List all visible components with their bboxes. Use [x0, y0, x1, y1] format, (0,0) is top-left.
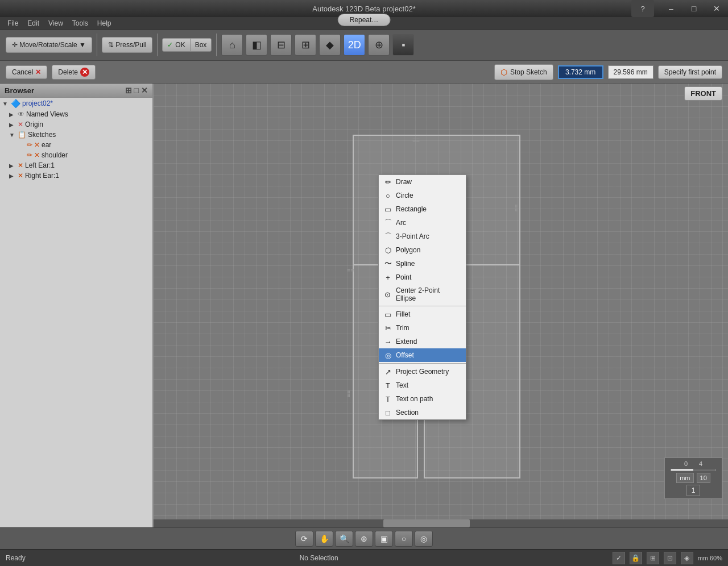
menu-file[interactable]: File — [3, 18, 23, 28]
bottom-view-btn[interactable]: ◎ — [415, 531, 433, 547]
menu-item-offset[interactable]: ◎ Offset — [379, 348, 466, 362]
menu-item-section[interactable]: □ Section — [379, 406, 466, 419]
project-icon: 🔷 — [11, 99, 20, 108]
status-check-icon[interactable]: ✓ — [613, 552, 625, 564]
text-icon: T — [383, 381, 392, 390]
menu-item-point[interactable]: + Point — [379, 270, 466, 284]
viewport[interactable]: FRONT ≡≡ ≡≡ ≡≡ ≡≡ ≡≡ ≡≡ ✏ Draw ○ Circle — [154, 84, 728, 527]
bottom-pan-btn[interactable]: ✋ — [315, 531, 333, 547]
status-grid-icon[interactable]: ⊞ — [647, 552, 659, 564]
browser-header: Browser ⊞ □ ✕ — [0, 84, 152, 98]
ear-label: ear — [42, 141, 51, 149]
close-button[interactable]: ✕ — [705, 0, 728, 17]
bottom-frame-btn[interactable]: ▣ — [375, 531, 393, 547]
view-top-button[interactable]: ⊟ — [270, 34, 292, 56]
tree-item-ear[interactable]: ✏ ✕ ear — [0, 140, 152, 150]
fillet-icon: ▭ — [383, 310, 392, 319]
h-scrollbar[interactable] — [154, 519, 728, 527]
coord1-input[interactable] — [558, 65, 603, 79]
tree-item-project[interactable]: ▼ 🔷 project02* — [0, 98, 152, 109]
minimize-button[interactable]: – — [660, 0, 682, 17]
ellipse-icon: ⊙ — [383, 290, 392, 299]
box-button[interactable]: Box — [191, 39, 212, 51]
browser-restore-icon[interactable]: □ — [134, 86, 139, 95]
ok-button[interactable]: ✓ OK — [163, 39, 190, 51]
project-geometry-icon: ↗ — [383, 367, 392, 376]
menu-item-extend[interactable]: → Extend — [379, 335, 466, 348]
menu-item-fillet[interactable]: ▭ Fillet — [379, 307, 466, 321]
rectangle-icon: ▭ — [383, 205, 392, 214]
menu-item-spline[interactable]: 〜 Spline — [379, 257, 466, 270]
status-display-icon[interactable]: ◈ — [681, 552, 693, 564]
menu-item-draw[interactable]: ✏ Draw — [379, 175, 466, 189]
delete-button[interactable]: Delete ✕ — [52, 65, 96, 80]
tree-item-origin[interactable]: ▶ ✕ Origin — [0, 119, 152, 130]
extend-icon: → — [383, 337, 392, 346]
menu-view[interactable]: View — [44, 18, 68, 28]
cancel-button[interactable]: Cancel ✕ — [6, 65, 47, 79]
h-scroll-thumb[interactable] — [383, 519, 470, 527]
restore-button[interactable]: □ — [682, 0, 705, 17]
specify-point-button[interactable]: Specify first point — [658, 65, 722, 79]
menu-item-text[interactable]: T Text — [379, 378, 466, 392]
view-home-button[interactable]: ⌂ — [221, 34, 243, 56]
status-ready: Ready — [6, 554, 26, 562]
zoom-value: 60% — [710, 555, 722, 561]
bottom-zoom-btn[interactable]: 🔍 — [335, 531, 353, 547]
move-rotate-scale-group[interactable]: ✛ Move/Rotate/Scale ▼ — [6, 37, 92, 53]
tree-arrow-sketches: ▼ — [9, 132, 16, 138]
stop-sketch-button[interactable]: ⬡ Stop Sketch — [494, 64, 553, 80]
tree-arrow-origin: ▶ — [9, 122, 16, 128]
repeat-button[interactable]: Repeat… — [338, 14, 391, 26]
press-pull-icon: ⇅ — [108, 41, 114, 49]
shoulder-sketch-icon: ✏ — [27, 151, 32, 159]
menu-edit[interactable]: Edit — [23, 18, 44, 28]
status-lock-icon[interactable]: 🔒 — [630, 552, 642, 564]
menu-item-trim[interactable]: ✂ Trim — [379, 321, 466, 335]
help-button[interactable]: ? — [631, 0, 654, 17]
menu-tools[interactable]: Tools — [68, 18, 93, 28]
bottom-orbit-btn[interactable]: ⟳ — [295, 531, 313, 547]
menu-item-polygon[interactable]: ⬡ Polygon — [379, 243, 466, 257]
tree-item-named-views[interactable]: ▶ 👁 Named Views — [0, 109, 152, 119]
menu-item-text-on-path[interactable]: T Text on path — [379, 392, 466, 406]
menu-item-ellipse[interactable]: ⊙ Center 2-Point Ellipse — [379, 284, 466, 305]
press-pull-button[interactable]: ⇅ Press/Pull — [102, 38, 152, 52]
view-right-button[interactable]: ⊞ — [295, 34, 316, 56]
bottom-display-btn[interactable]: ○ — [395, 531, 413, 547]
browser-close-icon[interactable]: ✕ — [141, 86, 148, 95]
right-ear-icon: ✕ — [18, 172, 23, 180]
move-rotate-scale-button[interactable]: ✛ Move/Rotate/Scale ▼ — [6, 38, 92, 52]
bottom-fit-btn[interactable]: ⊕ — [355, 531, 373, 547]
arc-icon: ⌒ — [383, 218, 392, 227]
menu-item-circle[interactable]: ○ Circle — [379, 189, 466, 202]
view-extra-button[interactable]: ▪ — [392, 34, 414, 56]
view-front-button[interactable]: ◧ — [246, 34, 267, 56]
view-display-button[interactable]: ⊕ — [368, 34, 390, 56]
tree-item-sketches[interactable]: ▼ 📋 Sketches — [0, 130, 152, 140]
view-2d-button[interactable]: 2D — [344, 34, 365, 56]
menu-item-3point-arc[interactable]: ⌒ 3-Point Arc — [379, 230, 466, 243]
view-iso-button[interactable]: ◆ — [319, 34, 341, 56]
circle-icon: ○ — [383, 191, 392, 200]
menu-separator-2 — [379, 363, 466, 364]
stop-icon: ⬡ — [500, 68, 507, 77]
tree-item-right-ear[interactable]: ▶ ✕ Right Ear:1 — [0, 170, 152, 181]
tree-item-left-ear[interactable]: ▶ ✕ Left Ear:1 — [0, 160, 152, 170]
browser-grid-icon[interactable]: ⊞ — [125, 86, 132, 95]
origin-label: Origin — [25, 120, 43, 128]
press-pull-group[interactable]: ⇅ Press/Pull — [102, 37, 152, 53]
named-views-label: Named Views — [26, 110, 68, 118]
menu-item-arc[interactable]: ⌒ Arc — [379, 216, 466, 230]
menu-help[interactable]: Help — [93, 18, 116, 28]
menu-item-rectangle[interactable]: ▭ Rectangle — [379, 202, 466, 216]
coord2-input[interactable] — [608, 65, 653, 79]
status-snap-icon[interactable]: ⊡ — [664, 552, 676, 564]
statusbar: Ready No Selection ✓ 🔒 ⊞ ⊡ ◈ mm 60% — [0, 549, 728, 566]
window-controls: – □ ✕ — [660, 0, 728, 17]
shoulder-label: shoulder — [42, 151, 68, 159]
offset-icon: ◎ — [383, 351, 392, 360]
menu-item-project-geometry[interactable]: ↗ Project Geometry — [379, 365, 466, 378]
ruler-marks: 0 4 — [684, 460, 702, 467]
tree-item-shoulder[interactable]: ✏ ✕ shoulder — [0, 150, 152, 160]
